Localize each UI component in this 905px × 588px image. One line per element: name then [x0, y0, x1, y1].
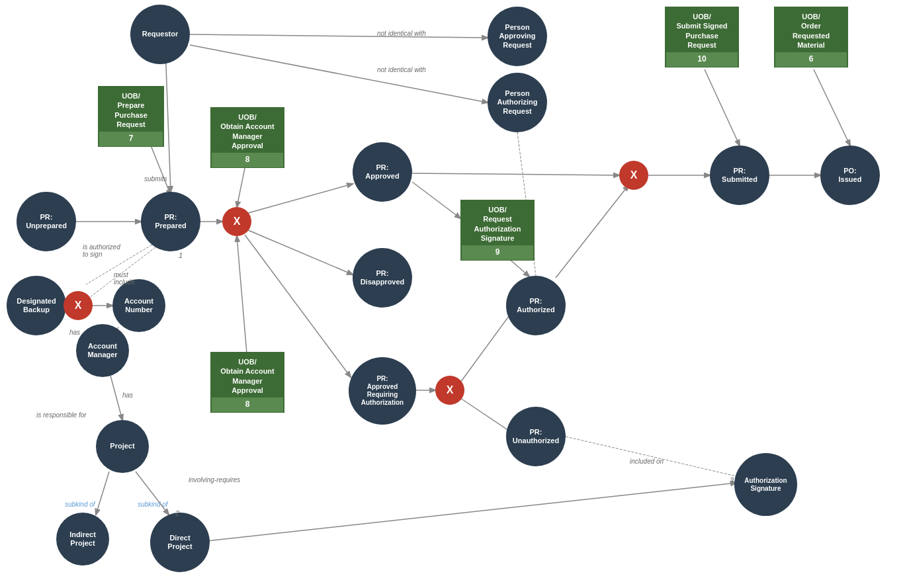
box-prepare-pr: UOB/ Prepare Purchase Request 7 [98, 86, 164, 147]
box-order-requested-material: UOB/ Order Requested Material 6 [774, 7, 848, 67]
xnode-1: X [222, 207, 251, 236]
svg-line-27 [110, 376, 122, 420]
svg-line-6 [248, 184, 353, 213]
xnode-4: X [619, 161, 648, 190]
node-project: Project [96, 420, 149, 473]
label-num-3: 3 [730, 476, 734, 484]
box-submit-signed-pr: UOB/ Submit Signed Purchase Request 10 [665, 7, 739, 67]
svg-line-1 [190, 45, 488, 103]
svg-line-31 [566, 437, 736, 476]
label-num-1: 1 [179, 251, 183, 259]
node-authorization-signature: Authorization Signature [734, 453, 797, 516]
node-person-approving: Person Approving Request [488, 7, 547, 66]
node-pr-approved-requiring-auth: PR: Approved Requiring Authorization [349, 357, 416, 425]
svg-line-29 [136, 472, 169, 515]
svg-line-16 [460, 398, 513, 433]
node-person-authorizing: Person Authorizing Request [488, 73, 547, 132]
label-must-include: must include [114, 271, 135, 286]
xnode-3: X [435, 376, 464, 405]
svg-line-28 [96, 472, 109, 515]
svg-line-17 [556, 185, 628, 278]
node-direct-project: Direct Project [150, 513, 210, 572]
node-pr-unauthorized: PR: Unauthorized [506, 407, 566, 466]
label-included-on: included on [630, 458, 664, 465]
svg-line-30 [206, 483, 736, 541]
label-authorized-to-sign: is authorized to sign [83, 243, 120, 258]
node-requestor: Requestor [130, 5, 190, 64]
label-not-identical-1: not identical with [377, 30, 426, 37]
svg-line-21 [814, 69, 850, 146]
svg-line-15 [460, 311, 513, 382]
node-pr-prepared: PR: Prepared [141, 192, 200, 251]
label-has-2: has [122, 392, 133, 399]
box-obtain-am-approval-1: UOB/ Obtain Account Manager Approval 8 [210, 107, 284, 168]
node-pr-submitted: PR: Submitted [710, 146, 769, 205]
node-pr-disapproved: PR: Disapproved [353, 248, 412, 308]
svg-line-0 [190, 34, 488, 38]
svg-line-7 [248, 230, 353, 274]
node-pr-authorized: PR: Authorized [506, 276, 566, 335]
node-account-number: Account Number [112, 279, 165, 332]
box-request-auth-sig: UOB/ Request Authorization Signature 9 [460, 200, 535, 261]
label-subkind-1: subkind of [65, 501, 95, 508]
svg-line-20 [705, 69, 740, 146]
label-submits: submits [144, 175, 167, 183]
node-designated-backup: Designated Backup [7, 276, 66, 335]
label-responsible-for: is responsible for [36, 411, 87, 419]
diagram-canvas: Requestor Person Approving Request Perso… [0, 0, 905, 588]
svg-line-10 [237, 236, 248, 369]
node-indirect-project: Indirect Project [56, 513, 109, 566]
svg-line-11 [412, 182, 460, 218]
xnode-2: X [64, 291, 93, 320]
node-pr-unprepared: PR: Unprepared [17, 192, 76, 251]
label-subkind-2: subkind of [138, 501, 168, 508]
node-account-manager: Account Manager [76, 324, 129, 377]
label-num-2: 2 [175, 509, 179, 517]
svg-line-2 [165, 48, 171, 192]
label-not-identical-2: not identical with [377, 66, 426, 73]
box-obtain-am-approval-2: UOB/ Obtain Account Manager Approval 8 [210, 352, 284, 413]
node-po-issued: PO: Issued [820, 146, 880, 205]
node-pr-approved: PR: Approved [353, 142, 412, 202]
label-involving-requires: involving-requires [189, 476, 240, 483]
label-has-1: has [69, 329, 80, 336]
svg-line-12 [412, 173, 619, 175]
